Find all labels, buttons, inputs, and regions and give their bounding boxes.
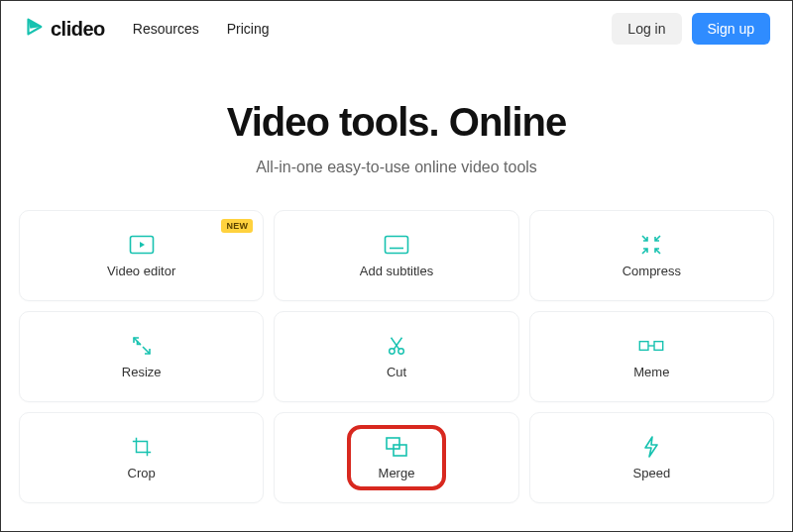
hero: Video tools. Online All-in-one easy-to-u…	[1, 100, 792, 176]
nav: Resources Pricing	[133, 21, 270, 37]
tool-video-editor[interactable]: NEW Video editor	[19, 210, 264, 301]
tool-merge[interactable]: Merge	[274, 412, 518, 503]
tool-resize[interactable]: Resize	[19, 311, 264, 402]
nav-resources[interactable]: Resources	[133, 21, 199, 37]
tool-speed[interactable]: Speed	[529, 412, 774, 503]
tool-cut[interactable]: Cut	[274, 311, 518, 402]
signup-button[interactable]: Sign up	[692, 13, 770, 45]
tool-compress[interactable]: Compress	[529, 210, 774, 301]
tool-label: Add subtitles	[360, 264, 433, 278]
brand-name: clideo	[51, 18, 105, 41]
tool-add-subtitles[interactable]: Add subtitles	[274, 210, 518, 301]
resize-icon	[129, 335, 155, 357]
svg-rect-1	[385, 236, 407, 253]
tool-label: Video editor	[107, 264, 175, 278]
meme-icon	[638, 335, 664, 357]
video-editor-icon	[129, 234, 155, 256]
tool-label: Resize	[122, 365, 162, 379]
subtitles-icon	[384, 234, 409, 256]
new-badge: NEW	[221, 219, 253, 233]
tool-label: Crop	[128, 466, 156, 480]
tool-label: Meme	[633, 365, 669, 379]
logo[interactable]: clideo	[23, 16, 105, 42]
tool-meme[interactable]: Meme	[529, 311, 774, 402]
tool-label: Compress	[623, 264, 681, 278]
compress-icon	[638, 234, 664, 256]
page-title: Video tools. Online	[1, 100, 792, 145]
tools-grid: NEW Video editor Add subtitles	[1, 176, 792, 503]
svg-rect-5	[640, 341, 649, 350]
nav-pricing[interactable]: Pricing	[227, 21, 270, 37]
svg-rect-6	[654, 341, 663, 350]
scissors-icon	[384, 335, 409, 357]
tool-label: Cut	[387, 365, 406, 379]
tool-label: Merge	[379, 466, 415, 480]
merge-icon	[384, 436, 409, 458]
tool-crop[interactable]: Crop	[19, 412, 264, 503]
lightning-icon	[638, 436, 664, 458]
tool-label: Speed	[633, 466, 671, 480]
crop-icon	[129, 436, 155, 458]
login-button[interactable]: Log in	[612, 13, 681, 45]
header: clideo Resources Pricing Log in Sign up	[1, 1, 792, 56]
page-subtitle: All-in-one easy-to-use online video tool…	[1, 159, 792, 176]
play-logo-icon	[23, 16, 45, 42]
